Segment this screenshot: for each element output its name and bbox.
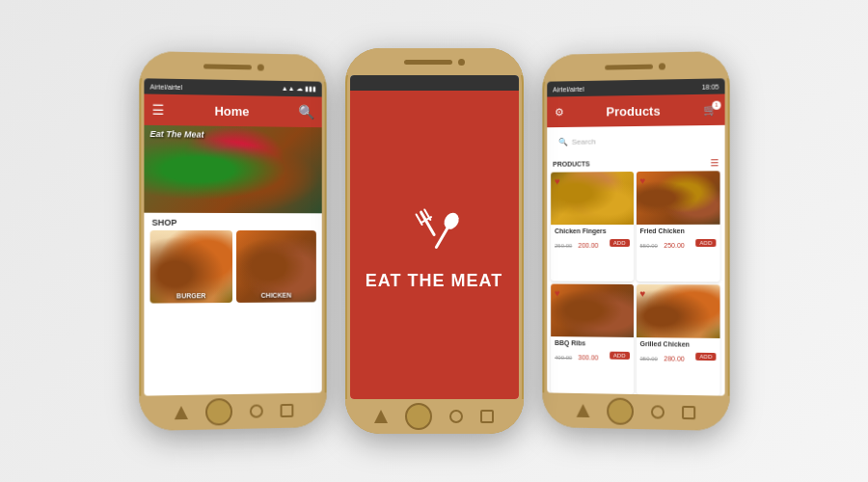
add-btn-3[interactable]: ADD (695, 353, 716, 361)
products-grid: ♥ Chicken Fingers 250.00 200.00 ADD (547, 171, 724, 395)
product-old-price-3: 350.00 (639, 356, 657, 362)
shop-grid-left: BURGER CHICKEN (144, 230, 321, 309)
carrier-right: Airtel/airtel (553, 85, 583, 93)
phone-left-bottom (139, 392, 326, 431)
splash-title: EAT THE MEAT (366, 270, 502, 292)
product-row-0: 250.00 200.00 ADD (555, 234, 629, 252)
speaker-left (203, 64, 252, 69)
phone-right: Airtel/airtel 18:05 ⚙ Products 🛒 1 🔍 Sea… (542, 51, 729, 431)
search-bar-right[interactable]: 🔍 Search (553, 129, 719, 152)
splash-screen: EAT THE MEAT (350, 91, 519, 399)
heart-icon-3[interactable]: ♥ (639, 288, 645, 299)
product-info-2: BBQ Ribs 400.00 300.00 ADD (551, 336, 633, 367)
menu-icon-left[interactable]: ☰ (151, 102, 164, 118)
product-img-0: ♥ (551, 172, 633, 225)
back-btn-center[interactable] (374, 410, 388, 423)
product-row-2: 400.00 300.00 ADD (555, 346, 629, 364)
product-row-1: 550.00 250.00 ADD (639, 234, 716, 252)
phone-left: Airtel/airtel ▲▲ ☁ ▮▮▮ ☰ Home 🔍 Eat The … (139, 51, 326, 431)
app-bar-left: ☰ Home 🔍 (144, 94, 321, 127)
products-section-label: PRODUCTS (553, 160, 590, 167)
scene: Airtel/airtel ▲▲ ☁ ▮▮▮ ☰ Home 🔍 Eat The … (0, 0, 868, 482)
products-title: Products (569, 102, 696, 119)
heart-icon-0[interactable]: ♥ (555, 176, 560, 187)
product-img-3: ♥ (636, 284, 719, 338)
product-price-0: 200.00 (578, 242, 598, 249)
products-app-bar: ⚙ Products 🛒 1 (547, 94, 724, 127)
recent-btn-left[interactable] (249, 404, 262, 417)
phone-left-screen: Airtel/airtel ▲▲ ☁ ▮▮▮ ☰ Home 🔍 Eat The … (144, 78, 321, 395)
status-bar-center (350, 75, 519, 91)
svg-point-5 (442, 210, 462, 232)
status-icons-left: ▲▲ ☁ ▮▮▮ (281, 85, 315, 94)
filter-icon-right[interactable]: ⚙ (555, 106, 564, 119)
camera-left (257, 64, 263, 70)
speaker-right (605, 64, 653, 69)
product-card-1[interactable]: ♥ Fried Chicken 550.00 250.00 ADD (636, 171, 719, 281)
cart-icon-right[interactable]: 🛒 1 (703, 103, 717, 116)
shop-item-chicken[interactable]: CHICKEN (235, 230, 315, 303)
time-right: 18:05 (701, 83, 719, 90)
carrier-left: Airtel/airtel (149, 83, 181, 91)
shop-item-burger[interactable]: BURGER (149, 230, 231, 304)
home-btn-center[interactable] (405, 403, 432, 430)
back-btn-left[interactable] (174, 406, 187, 419)
product-name-1: Fried Chicken (639, 228, 716, 234)
camera-center (458, 59, 465, 66)
product-card-0[interactable]: ♥ Chicken Fingers 250.00 200.00 ADD (551, 172, 633, 281)
shop-item-burger-label: BURGER (149, 292, 231, 300)
product-img-1: ♥ (636, 171, 719, 225)
fork-spoon-icon (405, 197, 463, 254)
recent-btn-right[interactable] (650, 405, 664, 418)
product-info-1: Fried Chicken 550.00 250.00 ADD (636, 225, 719, 254)
phone-center-bottom (345, 399, 524, 434)
phone-right-bottom (542, 392, 729, 431)
add-btn-2[interactable]: ADD (610, 352, 630, 360)
product-price-3: 280.00 (664, 355, 685, 362)
product-name-0: Chicken Fingers (555, 228, 629, 234)
search-icon-right: 🔍 (558, 137, 568, 146)
phone-center-top (345, 48, 524, 75)
cart-count-right: 1 (712, 100, 720, 109)
phone-center: EAT THE MEAT (345, 48, 524, 434)
home-btn-left[interactable] (204, 398, 231, 426)
product-row-3: 350.00 280.00 ADD (639, 347, 716, 365)
add-btn-1[interactable]: ADD (695, 239, 716, 247)
shop-label-left: SHOP (144, 213, 321, 230)
product-old-price-2: 400.00 (555, 355, 572, 361)
phone-left-top (139, 51, 326, 82)
product-img-2: ♥ (551, 284, 633, 337)
product-price-1: 250.00 (664, 242, 685, 249)
hero-image-left: Eat The Meat (144, 125, 321, 214)
shop-item-chicken-label: CHICKEN (235, 292, 315, 299)
view-toggle-icon[interactable]: ☰ (710, 157, 719, 168)
heart-icon-2[interactable]: ♥ (555, 288, 560, 299)
square-btn-left[interactable] (280, 404, 293, 417)
phone-right-screen: Airtel/airtel 18:05 ⚙ Products 🛒 1 🔍 Sea… (547, 78, 724, 395)
product-info-0: Chicken Fingers 250.00 200.00 ADD (551, 225, 633, 254)
speaker-center (404, 60, 452, 65)
product-old-price-0: 250.00 (555, 243, 572, 249)
add-btn-0[interactable]: ADD (610, 239, 630, 247)
hero-text-left: Eat The Meat (149, 129, 203, 140)
square-btn-center[interactable] (480, 410, 494, 423)
home-btn-right[interactable] (606, 397, 633, 424)
product-card-2[interactable]: ♥ BBQ Ribs 400.00 300.00 ADD (551, 284, 633, 394)
product-old-price-1: 550.00 (639, 243, 657, 249)
products-section-bar: PRODUCTS ☰ (547, 154, 724, 173)
recent-btn-center[interactable] (449, 410, 463, 423)
product-price-2: 300.00 (578, 354, 598, 361)
search-placeholder-right: Search (571, 137, 595, 146)
search-icon-left[interactable]: 🔍 (298, 104, 314, 120)
product-info-3: Grilled Chicken 350.00 280.00 ADD (636, 337, 719, 368)
phone-right-top (542, 51, 729, 82)
phone-center-screen: EAT THE MEAT (350, 75, 519, 399)
app-bar-title-left: Home (164, 102, 298, 119)
camera-right (658, 63, 665, 69)
back-btn-right[interactable] (576, 404, 589, 417)
heart-icon-1[interactable]: ♥ (639, 175, 645, 186)
product-card-3[interactable]: ♥ Grilled Chicken 350.00 280.00 ADD (636, 284, 719, 396)
square-btn-right[interactable] (681, 406, 694, 419)
